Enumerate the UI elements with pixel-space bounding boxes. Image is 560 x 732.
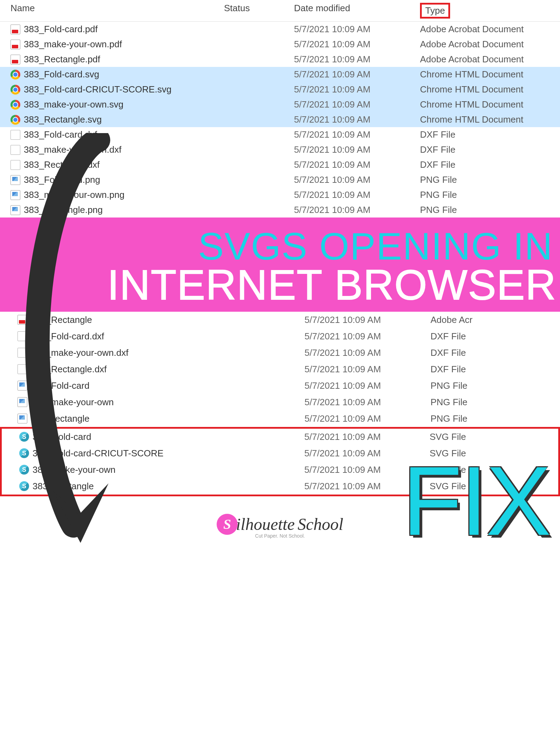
file-row[interactable]: 383_make-your-own.png5/7/2021 10:09 AMPN… <box>0 187 560 202</box>
file-type: PNG File <box>410 174 550 185</box>
file-row[interactable]: 383 Rectangle5/7/2021 10:09 AMPNG File <box>0 410 560 427</box>
file-name-cell[interactable]: 383_make-your-own.dxf <box>0 144 224 155</box>
header-type[interactable]: Type <box>410 3 550 19</box>
file-name-cell[interactable]: 383_Fold-card.dxf <box>0 331 304 342</box>
file-name: 383_make-your-own.svg <box>24 99 124 110</box>
file-name-cell[interactable]: 383_make-your-own.pdf <box>0 39 224 50</box>
file-row[interactable]: 383_Rectangle5/7/2021 10:09 AMAdobe Acr <box>0 312 560 328</box>
header-name[interactable]: Name <box>0 3 224 19</box>
file-row[interactable]: 383_Fold-card.svg5/7/2021 10:09 AMChrome… <box>0 67 560 82</box>
file-name-cell[interactable]: 383_Rectangle.pdf <box>0 54 224 65</box>
file-name: 383_make-your-own.png <box>24 189 125 200</box>
file-row[interactable]: 383_make-your-own.dxf5/7/2021 10:09 AMDX… <box>0 345 560 361</box>
file-name-cell[interactable]: 383_Rectangle.png <box>0 205 224 215</box>
file-type: Chrome HTML Document <box>410 69 550 80</box>
file-date: 5/7/2021 10:09 AM <box>304 448 419 459</box>
file-name-cell[interactable]: 383_Rectangle.dxf <box>0 159 224 170</box>
file-name-cell[interactable]: 383_Fold-card.dxf <box>0 129 224 140</box>
file-row[interactable]: 383_Fold-card.pdf5/7/2021 10:09 AMAdobe … <box>0 22 560 37</box>
file-type: DXF File <box>410 129 550 140</box>
file-row[interactable]: 383_Rectangle.dxf5/7/2021 10:09 AMDXF Fi… <box>0 361 560 378</box>
file-row[interactable]: 383_Fold-card.dxf5/7/2021 10:09 AMDXF Fi… <box>0 127 560 142</box>
png-icon <box>10 205 20 215</box>
file-name-cell[interactable]: 383_Rectangle.dxf <box>0 364 304 375</box>
file-type: DXF File <box>410 144 550 155</box>
file-name-cell[interactable]: 383_Rectangle <box>2 481 304 492</box>
file-row[interactable]: 383_make-your-own5/7/2021 10:09 AMPNG Fi… <box>0 394 560 410</box>
svg-icon <box>19 448 29 458</box>
file-name-cell[interactable]: 383_Fold-card-CRICUT-SCORE.svg <box>0 84 224 95</box>
file-name: 383 Rectangle <box>31 413 90 424</box>
file-name-cell[interactable]: 383 Rectangle <box>0 413 304 424</box>
pdf-icon <box>10 40 20 49</box>
file-name-cell[interactable]: 383_make-your-own <box>2 464 304 475</box>
png-icon <box>18 397 27 407</box>
file-row[interactable]: 383_Fold-card.png5/7/2021 10:09 AMPNG Fi… <box>0 172 560 187</box>
file-name-cell[interactable]: 383_Fold-card.pdf <box>0 24 224 35</box>
blank-icon <box>18 348 27 358</box>
file-row[interactable]: 383_make-your-own.dxf5/7/2021 10:09 AMDX… <box>0 142 560 157</box>
file-row[interactable]: 383_Rectangle.dxf5/7/2021 10:09 AMDXF Fi… <box>0 157 560 172</box>
file-name-cell[interactable]: 383_Fold-card.svg <box>0 69 224 80</box>
file-name: 383_Fold-card-CRICUT-SCORE.svg <box>24 84 172 95</box>
logo-text-2: School <box>298 515 343 534</box>
file-name: 383_make-your-own <box>33 464 115 475</box>
file-date: 5/7/2021 10:09 AM <box>294 114 410 125</box>
file-list-top: 383_Fold-card.pdf5/7/2021 10:09 AMAdobe … <box>0 22 560 217</box>
file-row[interactable]: 383_Rectangle.svg5/7/2021 10:09 AMChrome… <box>0 112 560 127</box>
file-name: 383_Fold-card.svg <box>24 69 99 80</box>
file-row[interactable]: 383_Fold-card5/7/2021 10:09 AMSVG File <box>2 429 558 445</box>
file-row[interactable]: 383_make-your-own.svg5/7/2021 10:09 AMCh… <box>0 97 560 112</box>
file-date: 5/7/2021 10:09 AM <box>304 380 420 391</box>
png-icon <box>18 381 27 391</box>
header-status[interactable]: Status <box>224 3 294 19</box>
file-type: DXF File <box>420 331 560 342</box>
blank-icon <box>18 364 27 374</box>
fix-label: FIX <box>402 452 550 549</box>
type-highlight-box: Type <box>420 3 450 19</box>
file-name-cell[interactable]: 383_Fold-card <box>0 380 304 391</box>
header-date[interactable]: Date modified <box>294 3 410 19</box>
file-name-cell[interactable]: 383_make-your-own.dxf <box>0 347 304 358</box>
blank-icon <box>10 130 20 140</box>
file-name-cell[interactable]: 383_make-your-own.svg <box>0 99 224 110</box>
file-row[interactable]: 383_Fold-card5/7/2021 10:09 AMPNG File <box>0 378 560 394</box>
file-name-cell[interactable]: 383_make-your-own.png <box>0 189 224 200</box>
file-type: DXF File <box>410 159 550 170</box>
file-row[interactable]: 383_Rectangle.png5/7/2021 10:09 AMPNG Fi… <box>0 202 560 217</box>
file-row[interactable]: 383_Rectangle.pdf5/7/2021 10:09 AMAdobe … <box>0 52 560 67</box>
file-name-cell[interactable]: 383_Fold-card.png <box>0 174 224 185</box>
file-row[interactable]: 383_Fold-card.dxf5/7/2021 10:09 AMDXF Fi… <box>0 328 560 345</box>
file-date: 5/7/2021 10:09 AM <box>294 99 410 110</box>
file-date: 5/7/2021 10:09 AM <box>294 54 410 65</box>
file-row[interactable]: 383_Fold-card-CRICUT-SCORE.svg5/7/2021 1… <box>0 82 560 97</box>
png-icon <box>10 190 20 200</box>
file-date: 5/7/2021 10:09 AM <box>294 24 410 35</box>
file-name: 383_make-your-own.dxf <box>24 144 121 155</box>
file-date: 5/7/2021 10:09 AM <box>304 464 419 475</box>
file-type: PNG File <box>410 205 550 215</box>
file-type: Adobe Acrobat Document <box>410 54 550 65</box>
file-date: 5/7/2021 10:09 AM <box>304 413 420 424</box>
file-date: 5/7/2021 10:09 AM <box>304 481 419 492</box>
logo-text-1: ilhouette <box>236 515 295 534</box>
file-row[interactable]: 383_make-your-own.pdf5/7/2021 10:09 AMAd… <box>0 37 560 52</box>
file-date: 5/7/2021 10:09 AM <box>304 431 419 442</box>
svg-icon <box>19 432 29 442</box>
file-date: 5/7/2021 10:09 AM <box>304 331 420 342</box>
file-name: 383_Fold-card <box>31 380 90 391</box>
file-type: PNG File <box>420 380 560 391</box>
column-headers[interactable]: Name Status Date modified Type <box>0 0 560 22</box>
pdf-icon <box>10 25 20 34</box>
file-date: 5/7/2021 10:09 AM <box>304 315 420 325</box>
file-name-cell[interactable]: 383_make-your-own <box>0 397 304 408</box>
chrome-icon <box>10 70 20 80</box>
pdf-icon <box>18 315 27 325</box>
file-name-cell[interactable]: 383_Rectangle.svg <box>0 114 224 125</box>
file-name-cell[interactable]: 383_Fold-card <box>2 431 304 442</box>
file-name: 383_Rectangle.dxf <box>24 159 100 170</box>
file-name: 383_Rectangle.svg <box>24 114 102 125</box>
file-name-cell[interactable]: 383_Fold-card-CRICUT-SCORE <box>2 448 304 459</box>
file-type: Chrome HTML Document <box>410 99 550 110</box>
file-name-cell[interactable]: 383_Rectangle <box>0 315 304 325</box>
